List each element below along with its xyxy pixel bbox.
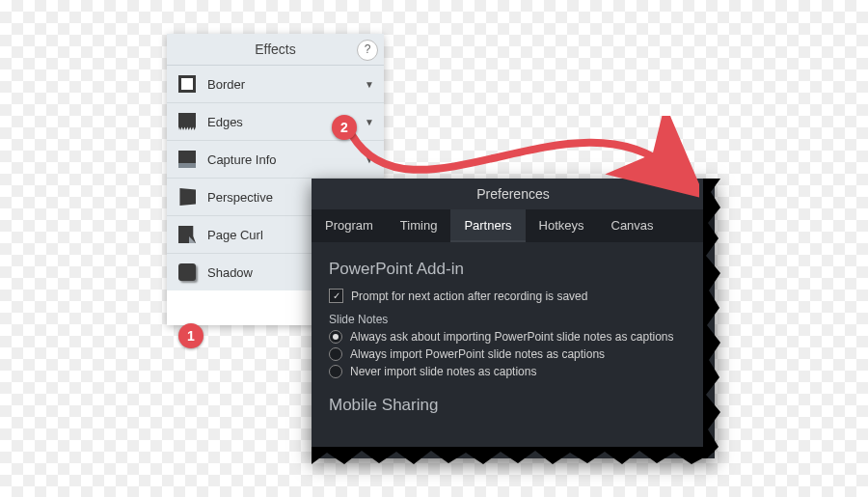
preferences-body: PowerPoint Add-in Prompt for next action… xyxy=(312,242,715,438)
border-icon xyxy=(178,75,196,93)
effect-item-label: Border xyxy=(207,77,365,92)
help-button[interactable]: ? xyxy=(357,40,378,61)
radio-label: Always ask about importing PowerPoint sl… xyxy=(350,330,674,344)
radio-icon xyxy=(329,347,342,361)
effect-item-border[interactable]: Border ▼ xyxy=(167,66,384,103)
effects-panel-title: Effects xyxy=(255,41,296,57)
radio-icon xyxy=(329,330,342,344)
shadow-icon xyxy=(178,263,196,281)
checkbox-label: Prompt for next action after recording i… xyxy=(351,290,587,303)
annotation-badge-1: 1 xyxy=(178,323,203,348)
tab-timing[interactable]: Timing xyxy=(387,209,451,242)
effect-item-label: Capture Info xyxy=(207,152,365,167)
edges-icon xyxy=(178,113,196,130)
effects-panel-header: Effects ? xyxy=(167,34,384,66)
chevron-down-icon: ▼ xyxy=(365,79,374,90)
page-curl-icon xyxy=(178,226,196,243)
radio-always-ask[interactable]: Always ask about importing PowerPoint sl… xyxy=(329,330,697,344)
chevron-down-icon: ▼ xyxy=(365,117,374,127)
checkbox-prompt-next-action[interactable]: Prompt for next action after recording i… xyxy=(329,289,697,303)
preferences-dialog: Preferences Program Timing Partners Hotk… xyxy=(312,179,715,458)
tab-partners[interactable]: Partners xyxy=(450,209,525,242)
radio-icon xyxy=(329,365,342,378)
chevron-down-icon: ▼ xyxy=(365,154,374,165)
perspective-icon xyxy=(178,188,196,206)
preferences-title: Preferences xyxy=(312,179,715,209)
preferences-tabs: Program Timing Partners Hotkeys Canvas xyxy=(312,209,715,242)
effect-item-capture-info[interactable]: Capture Info ▼ xyxy=(167,141,384,179)
section-powerpoint: PowerPoint Add-in xyxy=(329,260,697,279)
tab-hotkeys[interactable]: Hotkeys xyxy=(526,209,598,242)
annotation-badge-2: 2 xyxy=(332,115,357,140)
radio-label: Never import slide notes as captions xyxy=(350,365,536,378)
radio-always-import[interactable]: Always import PowerPoint slide notes as … xyxy=(329,347,697,361)
section-mobile-sharing: Mobile Sharing xyxy=(329,396,697,415)
slide-notes-label: Slide Notes xyxy=(329,313,697,326)
capture-info-icon xyxy=(178,151,196,168)
tab-canvas[interactable]: Canvas xyxy=(598,209,667,242)
radio-label: Always import PowerPoint slide notes as … xyxy=(350,347,605,361)
radio-never-import[interactable]: Never import slide notes as captions xyxy=(329,365,697,378)
checkbox-icon xyxy=(329,289,343,303)
tab-program[interactable]: Program xyxy=(312,209,387,242)
